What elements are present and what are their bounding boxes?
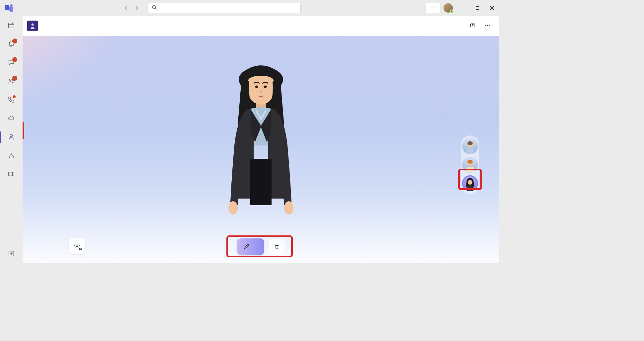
avatar-slot-3[interactable] [462,175,478,191]
nav-back-button[interactable] [121,3,131,13]
meet-icon [7,170,15,178]
search-field[interactable] [148,3,301,13]
svg-rect-35 [467,185,473,191]
avatar-slot-1[interactable] [462,138,478,154]
pencil-icon [244,243,250,250]
avatar-preview [211,59,311,218]
presence-available-icon [450,10,453,13]
svg-point-29 [284,201,293,214]
rail-item-avatars[interactable] [0,128,23,146]
present-icon [470,22,476,29]
window-maximize-button[interactable] [470,3,485,13]
update-more-icon: ··· [431,5,437,11]
svg-line-4 [155,8,156,9]
window-close-button[interactable] [485,3,499,13]
svg-rect-6 [476,7,479,10]
chat-badge [12,57,17,62]
calls-notification-dot [13,95,16,98]
search-input[interactable] [160,5,297,11]
svg-rect-27 [250,159,272,205]
help-badge-icon: ? [79,248,82,250]
copilot-icon [7,151,15,159]
avatars-app-icon [27,21,38,31]
more-icon: ··· [8,187,15,194]
avatars-canvas: ? [23,36,499,263]
customize-button[interactable] [237,238,264,255]
avatar-slot-2[interactable] [462,157,478,173]
rail-item-activity[interactable] [0,35,23,53]
content-area: ··· [23,16,499,263]
svg-rect-9 [9,23,14,28]
annotation-highlight-rail-avatars [23,121,24,140]
nav-forward-button[interactable] [132,3,141,13]
svg-point-26 [264,86,267,88]
svg-point-28 [228,201,238,214]
present-now-button[interactable] [470,22,478,29]
svg-point-36 [76,245,78,247]
teams-logo-icon: T [4,3,15,13]
svg-line-37 [247,244,249,246]
rail-item-meet[interactable] [0,165,23,183]
svg-point-13 [10,79,12,81]
delete-avatar-button[interactable] [269,239,285,255]
avatars-icon [7,133,15,141]
activity-icon [7,40,15,48]
rail-item-onedrive[interactable] [0,110,23,128]
avatar-slot-picker [461,135,479,194]
title-bar: T ··· [0,0,502,16]
teams-badge [12,76,17,81]
calendar-icon [7,21,15,29]
svg-rect-31 [466,148,474,154]
rail-item-copilot[interactable] [0,147,23,165]
avatar-action-row [237,238,285,255]
update-button[interactable]: ··· [426,3,441,13]
avatar-settings-button[interactable]: ? [69,238,85,254]
activity-badge [12,39,17,43]
svg-point-34 [468,180,472,185]
rail-item-chat[interactable] [0,54,23,72]
svg-point-2 [10,4,13,7]
header-more-button[interactable]: ··· [484,22,491,29]
search-icon [152,5,157,11]
rail-item-apps[interactable] [0,245,23,263]
rail-item-calendar[interactable] [0,17,23,35]
rail-item-calls[interactable] [0,91,23,109]
svg-rect-33 [466,167,474,173]
rail-item-teams[interactable] [0,72,23,90]
svg-point-20 [32,23,34,26]
onedrive-icon [7,114,15,122]
app-rail: ··· [0,16,23,266]
rail-more-button[interactable]: ··· [0,184,23,197]
chat-icon [7,58,15,66]
trash-icon [274,244,280,250]
profile-avatar[interactable] [443,3,453,13]
page-header: ··· [23,16,499,36]
svg-rect-16 [9,172,13,176]
svg-text:T: T [6,6,8,10]
svg-point-25 [255,86,258,88]
teams-icon [7,77,15,85]
window-minimize-button[interactable] [455,3,470,13]
svg-point-15 [10,134,12,137]
calls-icon [7,96,15,104]
apps-add-icon [7,250,15,258]
svg-point-3 [152,5,156,9]
